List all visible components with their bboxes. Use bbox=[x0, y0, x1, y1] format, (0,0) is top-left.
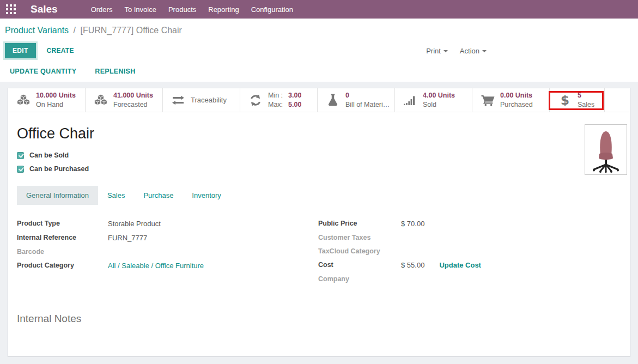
can-be-purchased-checkbox[interactable] bbox=[17, 166, 24, 173]
can-be-purchased-label: Can be Purchased bbox=[29, 165, 89, 173]
can-be-sold-row: Can be Sold bbox=[17, 151, 621, 159]
field-value: $ 55.00 bbox=[401, 261, 424, 269]
product-category-link[interactable]: All / Saleable / Office Furniture bbox=[108, 262, 204, 270]
nav-item-orders[interactable]: Orders bbox=[85, 1, 119, 18]
stat-button-forecasted[interactable]: 41.000 Units Forecasted bbox=[86, 88, 163, 112]
field-value: FURN_7777 bbox=[108, 234, 147, 242]
stat-button-sold[interactable]: 4.00 Units Sold bbox=[395, 88, 472, 112]
field-label: Internal Reference bbox=[17, 234, 108, 242]
can-be-purchased-row: Can be Purchased bbox=[17, 165, 621, 173]
field-public-price: Public Price $ 70.00 bbox=[318, 220, 621, 228]
field-label: Barcode bbox=[17, 248, 108, 256]
content-area: 10.000 Units On Hand 41.000 Units bbox=[0, 82, 638, 364]
field-cost: Cost $ 55.00 Update Cost bbox=[318, 261, 621, 269]
stat-value: 0 bbox=[345, 91, 390, 100]
stat-value: 10.000 Units bbox=[36, 91, 76, 100]
product-form-sheet: 10.000 Units On Hand 41.000 Units bbox=[8, 88, 630, 357]
dollar-icon: $ bbox=[557, 93, 573, 107]
stat-label: On Hand bbox=[36, 100, 76, 109]
product-title: Office Chair bbox=[17, 125, 621, 142]
stat-button-reordering-rules[interactable]: Min : 3.00 Max: 5.00 bbox=[240, 88, 318, 112]
update-cost-button[interactable]: Update Cost bbox=[439, 261, 481, 269]
stat-value: 0.00 Units bbox=[500, 91, 533, 100]
field-label: Company bbox=[318, 275, 401, 283]
flask-icon bbox=[325, 94, 341, 106]
internal-notes-heading: Internal Notes bbox=[17, 313, 621, 325]
field-label: Cost bbox=[318, 261, 401, 269]
field-value: Storable Product bbox=[108, 220, 161, 228]
stat-label: Sold bbox=[423, 100, 455, 109]
min-value: 3.00 bbox=[288, 91, 301, 100]
can-be-sold-label: Can be Sold bbox=[29, 151, 69, 159]
app-name[interactable]: Sales bbox=[31, 3, 58, 15]
notebook-tabs: General Information Sales Purchase Inven… bbox=[17, 186, 621, 205]
action-dropdown[interactable]: Action bbox=[460, 47, 487, 55]
shopping-cart-icon bbox=[479, 94, 496, 106]
cubes-icon bbox=[93, 94, 109, 107]
sheet-body: Office Chair Can be Sold Can be Purchase… bbox=[8, 112, 630, 325]
min-label: Min : bbox=[268, 91, 288, 100]
max-label: Max: bbox=[268, 100, 288, 109]
stat-button-bill-of-materials[interactable]: 0 Bill of Materi… bbox=[318, 88, 395, 112]
stat-button-row: 10.000 Units On Hand 41.000 Units bbox=[8, 88, 630, 112]
tab-inventory[interactable]: Inventory bbox=[183, 186, 230, 205]
nav-item-configuration[interactable]: Configuration bbox=[245, 1, 299, 18]
create-button[interactable]: CREATE bbox=[47, 47, 74, 54]
tab-sales[interactable]: Sales bbox=[98, 186, 135, 205]
field-taxcloud-category: TaxCloud Category bbox=[318, 247, 621, 255]
cubes-icon bbox=[15, 94, 32, 107]
field-label: Customer Taxes bbox=[318, 234, 401, 241]
stat-value: 5 bbox=[578, 91, 594, 100]
stat-value: 41.000 Units bbox=[113, 91, 153, 100]
nav-menu: Orders To Invoice Products Reporting Con… bbox=[85, 1, 299, 18]
update-quantity-button[interactable]: UPDATE QUANTITY bbox=[10, 68, 76, 75]
stat-button-purchased[interactable]: 0.00 Units Purchased bbox=[472, 88, 550, 112]
field-label: Public Price bbox=[318, 220, 401, 228]
stat-label: Bill of Materi… bbox=[345, 100, 390, 109]
breadcrumb-separator: / bbox=[74, 26, 76, 35]
breadcrumb: Product Variants / [FURN_7777] Office Ch… bbox=[0, 26, 638, 35]
stat-label: Forecasted bbox=[113, 100, 153, 109]
field-product-type: Product Type Storable Product bbox=[17, 220, 318, 228]
tab-purchase[interactable]: Purchase bbox=[134, 186, 183, 205]
stat-label: Sales bbox=[578, 100, 594, 109]
field-product-category: Product Category All / Saleable / Office… bbox=[17, 262, 318, 270]
breadcrumb-current: [FURN_7777] Office Chair bbox=[80, 26, 181, 35]
edit-button[interactable]: EDIT bbox=[5, 43, 36, 58]
field-customer-taxes: Customer Taxes bbox=[318, 234, 621, 241]
field-company: Company bbox=[318, 275, 621, 283]
field-label: Product Category bbox=[17, 262, 108, 270]
chevron-down-icon bbox=[443, 50, 448, 52]
general-information-form: Product Type Storable Product Internal R… bbox=[17, 220, 621, 289]
refresh-icon bbox=[247, 94, 264, 106]
field-value: $ 70.00 bbox=[401, 220, 424, 228]
product-image[interactable] bbox=[585, 124, 627, 175]
apps-grid-icon[interactable] bbox=[6, 4, 16, 14]
field-label: Product Type bbox=[17, 220, 108, 228]
print-dropdown-label: Print bbox=[426, 47, 441, 55]
stat-label: Purchased bbox=[500, 100, 533, 109]
field-label: TaxCloud Category bbox=[318, 247, 401, 255]
can-be-sold-checkbox[interactable] bbox=[17, 152, 24, 159]
max-value: 5.00 bbox=[288, 100, 301, 109]
print-dropdown[interactable]: Print bbox=[426, 47, 448, 55]
stat-button-traceability[interactable]: Traceability bbox=[163, 88, 240, 112]
control-panel: Product Variants / [FURN_7777] Office Ch… bbox=[0, 19, 638, 82]
field-internal-reference: Internal Reference FURN_7777 bbox=[17, 234, 318, 242]
replenish-button[interactable]: REPLENISH bbox=[95, 68, 135, 75]
top-nav-bar: Sales Orders To Invoice Products Reporti… bbox=[0, 0, 638, 19]
signal-bars-icon bbox=[402, 95, 418, 106]
nav-item-products[interactable]: Products bbox=[162, 1, 202, 18]
breadcrumb-parent-link[interactable]: Product Variants bbox=[5, 26, 69, 35]
field-barcode: Barcode bbox=[17, 248, 318, 256]
tab-general-information[interactable]: General Information bbox=[17, 186, 98, 205]
action-dropdown-label: Action bbox=[460, 47, 479, 55]
nav-item-to-invoice[interactable]: To Invoice bbox=[118, 1, 162, 18]
exchange-icon bbox=[170, 95, 186, 105]
stat-label: Traceability bbox=[191, 96, 227, 104]
stat-value: 4.00 Units bbox=[423, 91, 455, 100]
nav-item-reporting[interactable]: Reporting bbox=[202, 1, 245, 18]
stat-button-sales[interactable]: $ 5 Sales bbox=[550, 88, 605, 112]
chevron-down-icon bbox=[482, 50, 487, 52]
stat-button-on-hand[interactable]: 10.000 Units On Hand bbox=[8, 88, 86, 112]
